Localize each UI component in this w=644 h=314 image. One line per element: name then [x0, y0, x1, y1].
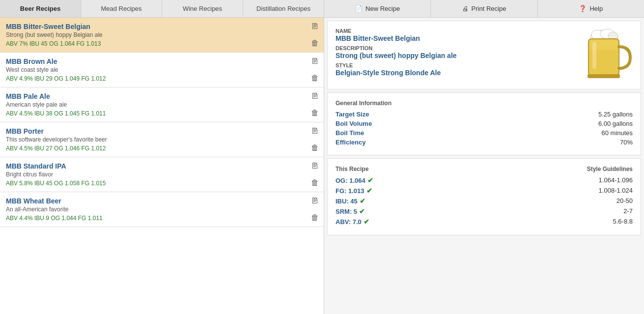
edit-icon-6[interactable]: 🖹	[311, 197, 319, 205]
left-panel: Beer Recipes Mead Recipes Wine Recipes D…	[0, 0, 324, 314]
print-icon: 🖨	[462, 5, 469, 12]
gen-info-row-3: Efficiency 70%	[336, 139, 633, 146]
recipe-item-2[interactable]: MBB Brown Ale West coast style ale ABV 4…	[0, 53, 324, 87]
recipe-desc-3: American style pale ale	[6, 101, 318, 108]
beer-mug-image	[579, 28, 633, 82]
gen-info-row-1: Boil Volume 6.00 gallons	[336, 120, 633, 127]
recipe-desc-6: An all-American favorite	[6, 206, 318, 213]
recipe-detail-section: Name MBB Bitter-Sweet Belgian Descriptio…	[327, 21, 641, 89]
tab-wine-recipes[interactable]: Wine Recipes	[162, 0, 243, 17]
gen-info-val-3: 70%	[620, 139, 633, 146]
recipe-tabs: Beer Recipes Mead Recipes Wine Recipes D…	[0, 0, 324, 18]
style-row-4: ABV: 7.0 ✔ 5.6-8.8	[336, 218, 633, 226]
style-key-2: IBU: 45 ✔	[336, 197, 365, 205]
delete-icon-2[interactable]: 🗑	[311, 74, 319, 82]
new-recipe-icon: 📄	[355, 5, 363, 12]
gen-info-key-3: Efficiency	[336, 139, 365, 146]
detail-header: Name MBB Bitter-Sweet Belgian Descriptio…	[336, 28, 633, 82]
svg-rect-6	[588, 74, 620, 78]
recipe-stats-2: ABV 4.9% IBU 29 OG 1.049 FG 1.012	[6, 75, 318, 82]
recipe-desc-1: Strong (but sweet) hoppy Belgian ale	[6, 31, 318, 38]
edit-icon-2[interactable]: 🖹	[311, 57, 319, 65]
edit-icon-5[interactable]: 🖹	[311, 162, 319, 170]
delete-icon-4[interactable]: 🗑	[311, 144, 319, 152]
check-icon-0: ✔	[367, 176, 373, 184]
gen-info-val-2: 60 minutes	[601, 129, 633, 137]
recipe-item-1[interactable]: MBB Bitter-Sweet Belgian Strong (but swe…	[0, 18, 324, 53]
style-guidelines-section: This Recipe Style Guidelines OG: 1.064 ✔…	[327, 158, 641, 235]
gen-info-val-1: 6.00 gallons	[598, 120, 633, 127]
tab-distillation-recipes[interactable]: Distillation Recipes	[243, 0, 324, 17]
recipe-item-5[interactable]: MBB Standard IPA Bright citrus flavor AB…	[0, 157, 324, 192]
name-value: MBB Bitter-Sweet Belgian	[336, 34, 457, 42]
delete-icon-6[interactable]: 🗑	[311, 214, 319, 222]
recipe-icons-1: 🖹 🗑	[311, 23, 319, 47]
recipe-title-6: MBB Wheat Beer	[6, 197, 318, 205]
print-recipe-label: Print Recipe	[472, 5, 506, 12]
recipe-stats-5: ABV 5.8% IBU 45 OG 1.058 FG 1.015	[6, 180, 318, 187]
recipe-icons-5: 🖹 🗑	[311, 162, 319, 187]
style-row: Style Belgian-Style Strong Blonde Ale	[336, 62, 457, 77]
gen-info-row-2: Boil Time 60 minutes	[336, 129, 633, 137]
tab-mead-recipes[interactable]: Mead Recipes	[81, 0, 162, 17]
edit-icon-3[interactable]: 🖹	[311, 92, 319, 100]
recipe-item-3[interactable]: MBB Pale Ale American style pale ale ABV…	[0, 87, 324, 122]
name-row: Name MBB Bitter-Sweet Belgian	[336, 28, 457, 42]
check-icon-2: ✔	[360, 197, 365, 205]
delete-icon-3[interactable]: 🗑	[311, 109, 319, 117]
style-val-1: 1.008-1.024	[599, 187, 633, 195]
style-label: Style	[336, 62, 457, 68]
recipe-item-6[interactable]: MBB Wheat Beer An all-American favorite …	[0, 192, 324, 227]
recipe-desc-4: This software developer's favorite beer	[6, 136, 318, 143]
description-label: Description	[336, 45, 457, 51]
style-val-4: 5.6-8.8	[613, 218, 633, 226]
style-val-2: 20-50	[616, 197, 633, 205]
edit-icon-1[interactable]: 🖹	[311, 23, 319, 30]
style-key-1: FG: 1.013 ✔	[336, 187, 372, 195]
delete-icon-1[interactable]: 🗑	[311, 39, 319, 47]
style-value: Belgian-Style Strong Blonde Ale	[336, 69, 457, 77]
style-key-0: OG: 1.064 ✔	[336, 176, 373, 184]
recipe-title-2: MBB Brown Ale	[6, 57, 318, 65]
gen-info-row-0: Target Size 5.25 gallons	[336, 111, 633, 118]
recipe-stats-3: ABV 4.5% IBU 38 OG 1.045 FG 1.011	[6, 110, 318, 117]
style-row-1: FG: 1.013 ✔ 1.008-1.024	[336, 187, 633, 195]
style-row-0: OG: 1.064 ✔ 1.064-1.096	[336, 176, 633, 184]
general-info-section: General Information Target Size 5.25 gal…	[327, 92, 641, 155]
help-button[interactable]: ❓ Help	[538, 0, 644, 17]
recipe-desc-2: West coast style ale	[6, 66, 318, 73]
description-value: Strong (but sweet) hoppy Belgian ale	[336, 52, 457, 59]
recipe-icons-2: 🖹 🗑	[311, 57, 319, 82]
print-recipe-button[interactable]: 🖨 Print Recipe	[431, 0, 537, 17]
recipe-stats-6: ABV 4.4% IBU 9 OG 1.044 FG 1.011	[6, 215, 318, 222]
detail-text: Name MBB Bitter-Sweet Belgian Descriptio…	[336, 28, 457, 80]
recipe-stats-4: ABV 4.5% IBU 27 OG 1.046 FG 1.012	[6, 145, 318, 152]
check-icon-1: ✔	[366, 187, 372, 195]
new-recipe-button[interactable]: 📄 New Recipe	[324, 0, 431, 17]
recipe-title-3: MBB Pale Ale	[6, 92, 318, 100]
recipe-item-4[interactable]: MBB Porter This software developer's fav…	[0, 122, 324, 157]
style-val-3: 2-7	[623, 207, 633, 215]
style-val-0: 1.064-1.096	[599, 176, 633, 184]
recipe-icons-6: 🖹 🗑	[311, 197, 319, 222]
recipe-desc-5: Bright citrus flavor	[6, 171, 318, 178]
gen-info-val-0: 5.25 gallons	[598, 111, 633, 118]
recipe-title-1: MBB Bitter-Sweet Belgian	[6, 23, 318, 30]
gen-info-key-1: Boil Volume	[336, 120, 372, 127]
check-icon-3: ✔	[359, 207, 365, 215]
recipe-icons-4: 🖹 🗑	[311, 127, 319, 152]
edit-icon-4[interactable]: 🖹	[311, 127, 319, 135]
description-row: Description Strong (but sweet) hoppy Bel…	[336, 45, 457, 59]
recipe-title-5: MBB Standard IPA	[6, 162, 318, 170]
tab-beer-recipes[interactable]: Beer Recipes	[0, 0, 81, 17]
name-label: Name	[336, 28, 457, 34]
recipe-title-4: MBB Porter	[6, 127, 318, 135]
gen-info-key-0: Target Size	[336, 111, 369, 118]
toolbar: 📄 New Recipe 🖨 Print Recipe ❓ Help	[324, 0, 644, 18]
style-key-4: ABV: 7.0 ✔	[336, 218, 369, 226]
help-label: Help	[589, 5, 603, 12]
style-row-3: SRM: 5 ✔ 2-7	[336, 207, 633, 215]
recipe-col-header: This Recipe	[336, 166, 368, 172]
new-recipe-label: New Recipe	[365, 5, 400, 12]
delete-icon-5[interactable]: 🗑	[311, 179, 319, 187]
